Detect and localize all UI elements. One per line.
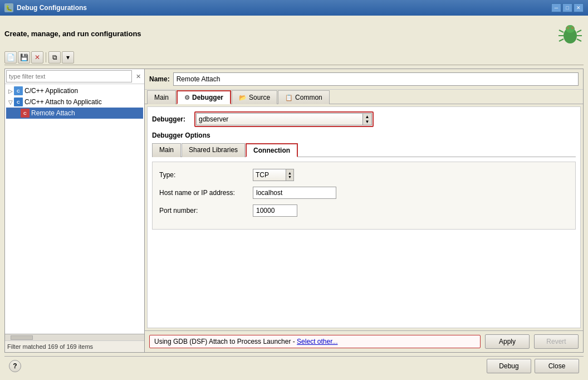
close-window-button[interactable]: ✕ — [574, 3, 584, 12]
horizontal-scrollbar[interactable] — [5, 334, 144, 340]
apply-button[interactable]: Apply — [485, 334, 530, 349]
common-icon: 📋 — [285, 94, 293, 101]
svg-line-6 — [559, 39, 564, 41]
debugger-options-label: Debugger Options — [152, 131, 576, 139]
close-button[interactable]: Close — [535, 359, 579, 373]
duplicate-config-button[interactable]: ⧉ — [48, 51, 61, 64]
svg-line-9 — [577, 39, 581, 41]
inner-tab-shared-libs[interactable]: Shared Libraries — [182, 143, 245, 157]
hostname-input[interactable] — [253, 187, 336, 199]
svg-point-10 — [566, 25, 575, 33]
type-label: Type: — [159, 171, 248, 179]
bug-icon — [557, 20, 584, 47]
svg-line-7 — [577, 30, 581, 32]
type-select-arrow[interactable]: ▲ ▼ — [286, 169, 294, 181]
debugger-label: Debugger: — [152, 115, 191, 123]
hostname-row: Host name or IP address: — [159, 187, 569, 199]
debugger-row: Debugger: gdbserver ▲ ▼ — [152, 111, 576, 127]
window-body: Create, manage, and run configurations 📄… — [0, 16, 588, 380]
more-options-button[interactable]: ▾ — [62, 51, 74, 64]
source-icon: 📂 — [239, 94, 247, 101]
filter-input[interactable] — [6, 70, 132, 82]
label-remote-attach: Remote Attach — [31, 109, 75, 117]
tree-item-remote-attach[interactable]: C Remote Attach — [6, 108, 143, 119]
type-select[interactable]: TCP UDP — [253, 169, 286, 181]
tree-item-cpp-app[interactable]: ▷ C C/C++ Application — [6, 85, 143, 96]
toolbar-separator — [46, 52, 46, 62]
tab-debugger[interactable]: ⚙ Debugger — [177, 90, 231, 104]
left-panel: ✕ ▷ C C/C++ Application ▽ C C/C++ Attach… — [4, 69, 145, 353]
inner-tab-main-label: Main — [159, 146, 174, 154]
title-bar: 🐛 Debug Configurations ─ □ ✕ — [0, 0, 588, 16]
revert-button[interactable]: Revert — [534, 334, 579, 349]
label-cpp-attach: C/C++ Attach to Applicatic — [24, 98, 102, 106]
launcher-info: Using GDB (DSF) Attach to Process Launch… — [149, 335, 481, 348]
right-panel: Name: Main ⚙ Debugger 📂 Source 📋 C — [145, 69, 584, 353]
tab-common-label: Common — [295, 94, 322, 101]
tree-item-cpp-attach[interactable]: ▽ C C/C++ Attach to Applicatic — [6, 96, 143, 108]
tree-area: ▷ C C/C++ Application ▽ C C/C++ Attach t… — [5, 84, 144, 334]
inner-tab-connection[interactable]: Connection — [246, 143, 298, 157]
tab-source-label: Source — [249, 94, 270, 101]
name-label: Name: — [149, 75, 170, 83]
header-row: Create, manage, and run configurations — [4, 20, 584, 47]
gear-icon: ⚙ — [184, 94, 190, 101]
icon-remote-attach: C — [21, 109, 30, 118]
filter-status: Filter matched 169 of 169 items — [5, 340, 144, 352]
debug-button[interactable]: Debug — [487, 359, 531, 373]
hscroll-thumb — [11, 335, 33, 340]
maximize-button[interactable]: □ — [562, 3, 572, 12]
debugger-select-arrow[interactable]: ▲ ▼ — [363, 113, 372, 125]
window-controls: ─ □ ✕ — [551, 3, 584, 12]
top-tab-bar: Main ⚙ Debugger 📂 Source 📋 Common — [145, 90, 583, 104]
debugger-select[interactable]: gdbserver — [196, 113, 363, 125]
label-cpp-app: C/C++ Application — [24, 87, 78, 95]
toggle-cpp-attach: ▽ — [7, 99, 14, 105]
icon-cpp-attach: C — [14, 98, 23, 106]
bottom-bar: Using GDB (DSF) Attach to Process Launch… — [145, 330, 583, 352]
inner-tab-connection-label: Connection — [253, 147, 290, 154]
tab-main[interactable]: Main — [147, 90, 176, 104]
save-config-button[interactable]: 💾 — [18, 51, 30, 64]
port-row: Port number: — [159, 204, 569, 217]
page-title: Create, manage, and run configurations — [4, 30, 141, 38]
footer-right: Debug Close — [487, 359, 579, 373]
port-input[interactable] — [253, 204, 297, 217]
footer-bar: ? Debug Close — [4, 356, 584, 376]
toggle-cpp-app: ▷ — [7, 88, 14, 94]
filter-clear-button[interactable]: ✕ — [133, 71, 143, 81]
title-bar-left: 🐛 Debug Configurations — [4, 3, 87, 12]
connection-form: Type: TCP UDP ▲ ▼ — [152, 162, 576, 230]
type-row: Type: TCP UDP ▲ ▼ — [159, 169, 569, 181]
filter-row: ✕ — [5, 69, 144, 84]
port-label: Port number: — [159, 207, 248, 215]
debugger-select-wrap: gdbserver ▲ ▼ — [194, 111, 374, 127]
icon-cpp-app: C — [14, 86, 23, 95]
inner-tab-bar: Main Shared Libraries Connection — [152, 143, 576, 157]
toolbar: 📄 💾 ✕ ⧉ ▾ — [4, 50, 584, 65]
tab-common[interactable]: 📋 Common — [278, 90, 330, 104]
minimize-button[interactable]: ─ — [551, 3, 561, 12]
inner-tab-shared-libs-label: Shared Libraries — [189, 146, 238, 154]
inner-tab-main[interactable]: Main — [152, 143, 181, 157]
hostname-label: Host name or IP address: — [159, 189, 248, 197]
name-row: Name: — [145, 69, 583, 90]
config-content: Debugger: gdbserver ▲ ▼ Debugger Options — [147, 106, 581, 328]
help-button[interactable]: ? — [9, 360, 21, 372]
svg-line-4 — [559, 30, 564, 32]
app-icon: 🐛 — [4, 3, 13, 12]
tab-source[interactable]: 📂 Source — [232, 90, 277, 104]
tab-main-label: Main — [154, 94, 169, 101]
window-title: Debug Configurations — [17, 4, 87, 12]
launcher-text: Using GDB (DSF) Attach to Process Launch… — [154, 338, 297, 345]
launcher-link[interactable]: Select other... — [297, 338, 337, 345]
tab-debugger-label: Debugger — [192, 94, 223, 101]
new-config-button[interactable]: 📄 — [4, 51, 17, 64]
name-input[interactable] — [173, 72, 579, 86]
filter-status-text: Filter matched 169 of 169 items — [7, 343, 142, 350]
type-select-wrap: TCP UDP ▲ ▼ — [253, 169, 294, 181]
content-area: ✕ ▷ C C/C++ Application ▽ C C/C++ Attach… — [4, 69, 584, 353]
delete-config-button[interactable]: ✕ — [31, 51, 43, 64]
